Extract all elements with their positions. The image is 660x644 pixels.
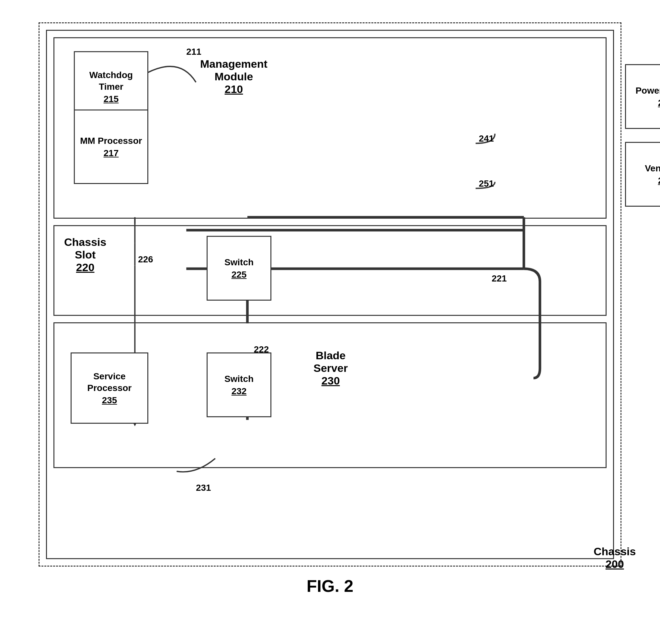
power-supply-box: Power Supply 240 <box>625 64 660 129</box>
chassis-slot-number: 220 <box>76 261 95 273</box>
chassis-label: Chassis 200 <box>594 545 636 571</box>
svg-text:231: 231 <box>196 483 211 493</box>
mm-processor-number: 217 <box>103 148 119 158</box>
mm-processor-box: MM Processor 217 <box>74 110 148 184</box>
ventilator-number: 250 <box>658 176 660 186</box>
management-module-section: Watchdog Timer 215 MM Processor 217 Mana… <box>53 37 607 218</box>
blade-server-number: 230 <box>322 374 340 387</box>
service-processor-number: 235 <box>102 395 117 406</box>
chassis-slot-section: Chassis Slot 220 Switch 225 <box>53 225 607 316</box>
blade-server-section: Service Processor 235 Switch 232 Blade S… <box>53 322 607 468</box>
switch-225-label: Switch <box>225 257 254 268</box>
switch-232-box: Switch 232 <box>207 352 272 417</box>
figure-label: FIG. 2 <box>307 576 353 596</box>
mm-processor-label: MM Processor <box>80 135 142 147</box>
chassis-inner: 211 212 221 222 <box>46 30 614 559</box>
ventilator-label: Ventilator <box>645 163 660 174</box>
switch-225-box: Switch 225 <box>207 236 272 301</box>
chassis-outer-border: 211 212 221 222 <box>39 22 621 567</box>
ventilator-box: Ventilator 250 <box>625 142 660 207</box>
management-module-label: Management Module 210 <box>200 58 267 96</box>
service-processor-label: Service Processor <box>74 371 145 394</box>
management-module-number: 210 <box>225 83 243 95</box>
watchdog-timer-number: 215 <box>103 94 119 104</box>
power-supply-label: Power Supply <box>635 85 660 96</box>
watchdog-timer-label: Watchdog Timer <box>77 69 145 93</box>
page-container: 211 212 221 222 <box>22 22 638 622</box>
chassis-slot-label: Chassis Slot 220 <box>64 236 106 274</box>
chassis-number: 200 <box>606 558 624 570</box>
switch-232-number: 232 <box>232 386 247 396</box>
power-supply-number: 240 <box>658 98 660 108</box>
switch-232-label: Switch <box>225 373 254 385</box>
service-processor-box: Service Processor 235 <box>71 352 148 424</box>
blade-server-label: Blade Server 230 <box>313 349 348 387</box>
switch-225-number: 225 <box>232 270 247 280</box>
